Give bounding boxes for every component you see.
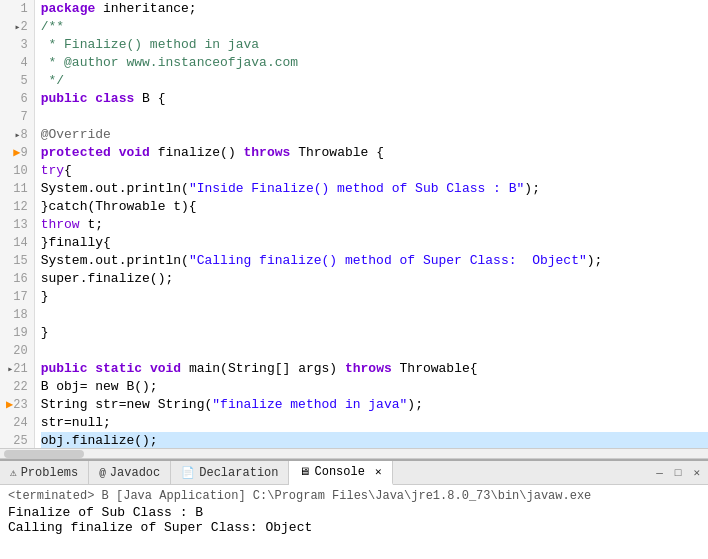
collapse-marker[interactable]: ▸ — [14, 22, 20, 33]
collapse-marker[interactable]: ▸ — [7, 364, 13, 375]
line-number-1: 1 — [6, 0, 28, 18]
code-area[interactable]: 1▸234567▸8▶91011121314151617181920▸2122▶… — [0, 0, 708, 448]
keyword-token: try — [41, 162, 64, 180]
line-number-18: 18 — [6, 306, 28, 324]
code-line-1[interactable]: package inheritance; — [41, 0, 708, 18]
plain-token: out — [95, 180, 118, 198]
code-line-22[interactable]: B obj= new B(); — [41, 378, 708, 396]
plain-token: .println( — [119, 180, 189, 198]
plain-token — [111, 144, 119, 162]
keyword-token: throws — [345, 360, 392, 378]
code-line-2[interactable]: /** — [41, 18, 708, 36]
plain-token: B { — [134, 90, 165, 108]
code-line-21[interactable]: public static void main(String[] args) t… — [41, 360, 708, 378]
plain-token: System. — [41, 180, 96, 198]
plain-token: ); — [524, 180, 540, 198]
code-line-18[interactable] — [41, 306, 708, 324]
code-line-5[interactable]: */ — [41, 72, 708, 90]
code-line-25[interactable]: obj.finalize(); — [41, 432, 708, 448]
plain-token: } — [41, 288, 49, 306]
plain-token: inheritance; — [95, 0, 196, 18]
line-number-22: 22 — [6, 378, 28, 396]
plain-token: main(String[] args) — [181, 360, 345, 378]
line-number-8: ▸8 — [6, 126, 28, 144]
annotation-token: @Override — [41, 126, 111, 144]
tab-javadoc[interactable]: @Javadoc — [89, 461, 171, 485]
code-line-14[interactable]: }finally{ — [41, 234, 708, 252]
code-line-3[interactable]: * Finalize() method in java — [41, 36, 708, 54]
plain-token — [87, 90, 95, 108]
scrollbar-thumb[interactable] — [4, 450, 84, 458]
collapse-marker[interactable]: ▸ — [14, 130, 20, 141]
horizontal-scrollbar[interactable] — [0, 448, 708, 458]
code-line-16[interactable]: super.finalize(); — [41, 270, 708, 288]
tab-label-problems: Problems — [21, 466, 79, 480]
code-line-20[interactable] — [41, 342, 708, 360]
plain-token: B obj= new B(); — [41, 378, 158, 396]
tab-close-console[interactable]: ✕ — [375, 465, 382, 478]
line-number-4: 4 — [6, 54, 28, 72]
tab-console[interactable]: 🖥Console✕ — [289, 461, 392, 485]
tab-icon-declaration: 📄 — [181, 466, 195, 479]
line-number-2: ▸2 — [6, 18, 28, 36]
plain-token: Throwable{ — [392, 360, 478, 378]
code-line-17[interactable]: } — [41, 288, 708, 306]
code-line-13[interactable]: throw t; — [41, 216, 708, 234]
code-line-6[interactable]: public class B { — [41, 90, 708, 108]
close-button[interactable]: ✕ — [689, 464, 704, 481]
line-number-12: 12 — [6, 198, 28, 216]
plain-token — [142, 360, 150, 378]
string-token: "Inside Finalize() method of Sub Class :… — [189, 180, 524, 198]
plain-token: t; — [80, 216, 103, 234]
keyword-token: throw — [41, 216, 80, 234]
keyword-token: public — [41, 90, 88, 108]
code-line-11[interactable]: System.out.println("Inside Finalize() me… — [41, 180, 708, 198]
code-line-4[interactable]: * @author www.instanceofjava.com — [41, 54, 708, 72]
tab-icon-console: 🖥 — [299, 465, 310, 478]
plain-token: { — [64, 162, 72, 180]
tab-label-console: Console — [314, 465, 364, 479]
maximize-button[interactable]: □ — [671, 465, 686, 481]
line-number-25: 25 — [6, 432, 28, 448]
tab-declaration[interactable]: 📄Declaration — [171, 461, 289, 485]
code-line-19[interactable]: } — [41, 324, 708, 342]
code-lines[interactable]: package inheritance;/** * Finalize() met… — [35, 0, 708, 448]
plain-token — [87, 360, 95, 378]
code-line-23[interactable]: String str=new String("finalize method i… — [41, 396, 708, 414]
keyword-token: throws — [244, 144, 291, 162]
console-content: <terminated> B [Java Application] C:\Pro… — [0, 485, 708, 559]
line-number-6: 6 — [6, 90, 28, 108]
plain-token: ); — [587, 252, 603, 270]
line-number-16: 16 — [6, 270, 28, 288]
code-line-10[interactable]: try{ — [41, 162, 708, 180]
console-line1: Finalize of Sub Class : B — [8, 505, 700, 520]
code-line-12[interactable]: }catch(Throwable t){ — [41, 198, 708, 216]
arrow-marker: ▶ — [13, 146, 20, 160]
plain-token: } — [41, 324, 49, 342]
line-number-24: 24 — [6, 414, 28, 432]
plain-token: String str=new String( — [41, 396, 213, 414]
keyword-token: static — [95, 360, 142, 378]
code-line-15[interactable]: System.out.println("Calling finalize() m… — [41, 252, 708, 270]
code-line-8[interactable]: @Override — [41, 126, 708, 144]
keyword-token: public — [41, 360, 88, 378]
minimize-button[interactable]: — — [652, 465, 667, 481]
line-number-17: 17 — [6, 288, 28, 306]
line-number-15: 15 — [6, 252, 28, 270]
code-line-24[interactable]: str=null; — [41, 414, 708, 432]
line-number-5: 5 — [6, 72, 28, 90]
plain-token: }finally{ — [41, 234, 111, 252]
code-line-9[interactable]: protected void finalize() throws Throwab… — [41, 144, 708, 162]
bottom-panel: ⚠Problems@Javadoc📄Declaration🖥Console✕ —… — [0, 459, 708, 559]
line-number-20: 20 — [6, 342, 28, 360]
plain-token: super.finalize(); — [41, 270, 174, 288]
keyword-token: package — [41, 0, 96, 18]
code-line-7[interactable] — [41, 108, 708, 126]
comment-token: * Finalize() method in java — [41, 36, 259, 54]
arrow-marker: ▶ — [6, 398, 13, 412]
tab-problems[interactable]: ⚠Problems — [0, 461, 89, 485]
plain-token: ); — [407, 396, 423, 414]
plain-token: obj.finalize(); — [41, 432, 158, 448]
keyword-token: void — [119, 144, 150, 162]
plain-token: .println( — [119, 252, 189, 270]
